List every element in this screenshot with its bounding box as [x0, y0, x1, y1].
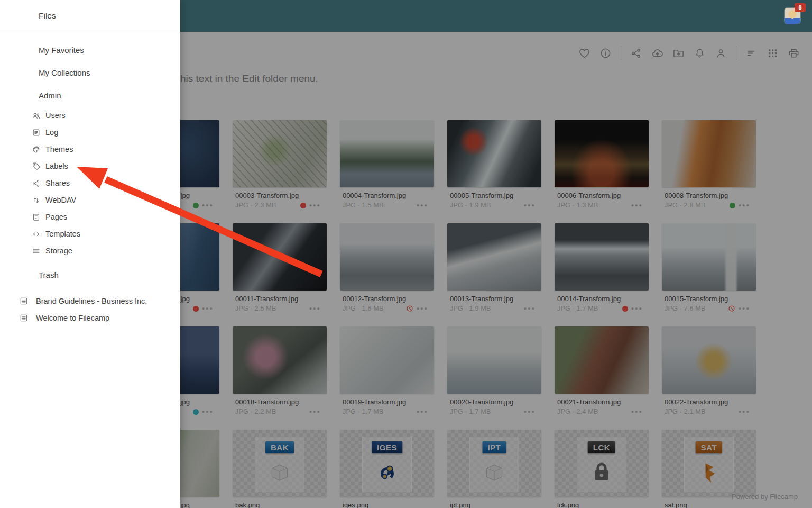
search-icon[interactable]: [760, 10, 772, 22]
storage-icon: [32, 247, 41, 256]
close-icon[interactable]: [158, 11, 169, 21]
sidebar-doc-link[interactable]: Brand Guidelines - Business Inc.: [0, 293, 180, 310]
sidebar-item-my-collections[interactable]: My Collections: [0, 61, 180, 84]
sidebar-item-labels[interactable]: Labels: [0, 158, 180, 175]
drawer-title: Files: [39, 11, 56, 21]
document-icon: [19, 296, 29, 306]
sidebar-item-label: My Favorites: [39, 46, 84, 55]
trash-icon: [19, 270, 29, 280]
share-icon: [32, 179, 41, 188]
sidebar-item-templates[interactable]: Templates: [0, 225, 180, 242]
sidebar-item-my-favorites[interactable]: My Favorites: [0, 39, 180, 61]
sidebar-doc-link[interactable]: Welcome to Filecamp: [0, 310, 180, 326]
page-icon: [32, 213, 41, 222]
drawer-nav: My Favorites My Collections Admin UsersL…: [0, 32, 180, 326]
doc-link-label: Welcome to Filecamp: [36, 314, 109, 322]
sidebar-item-label: Shares: [45, 179, 70, 187]
doc-link-label: Brand Guidelines - Business Inc.: [36, 297, 147, 305]
log-icon: [32, 128, 41, 137]
gear-icon: [19, 90, 29, 101]
sidebar-item-label: My Collections: [39, 68, 90, 77]
sidebar-item-storage[interactable]: Storage: [0, 242, 180, 259]
sidebar-item-webdav[interactable]: WebDAV: [0, 192, 180, 208]
sidebar-item-pages[interactable]: Pages: [0, 208, 180, 225]
collections-icon: [19, 68, 29, 78]
sidebar-item-users[interactable]: Users: [0, 107, 180, 124]
sidebar-item-label: Templates: [45, 230, 80, 238]
admin-submenu: UsersLogThemesLabelsSharesWebDAVPagesTem…: [0, 107, 180, 259]
drawer-doc-links: Brand Guidelines - Business Inc.Welcome …: [0, 293, 180, 326]
folder-icon: [19, 11, 30, 21]
palette-icon: [32, 145, 41, 154]
sidebar-item-label: Admin: [39, 91, 61, 100]
sidebar-item-log[interactable]: Log: [0, 124, 180, 141]
drawer-header: Files: [0, 0, 180, 32]
sidebar-item-label: Pages: [45, 213, 67, 221]
sidebar-item-themes[interactable]: Themes: [0, 141, 180, 158]
users-icon: [32, 111, 41, 120]
sidebar-item-label: Themes: [45, 145, 73, 153]
document-icon: [19, 313, 29, 323]
code-icon: [32, 230, 41, 239]
chevron-right-icon: [159, 69, 167, 77]
heart-icon: [19, 45, 29, 55]
sidebar-item-label: Storage: [45, 247, 72, 255]
sidebar-item-shares[interactable]: Shares: [0, 175, 180, 192]
updown-icon: [32, 196, 41, 205]
sidebar-item-trash[interactable]: Trash: [0, 264, 180, 286]
tag-icon: [32, 162, 41, 171]
sidebar-item-label: Trash: [39, 270, 59, 279]
notification-badge: 8: [795, 3, 806, 12]
sidebar-item-admin[interactable]: Admin: [0, 84, 180, 107]
sidebar-item-label: Log: [45, 128, 58, 137]
files-drawer: Files My Favorites My Collections Admin …: [0, 0, 180, 508]
chevron-right-icon: [159, 47, 167, 54]
sidebar-item-label: Users: [45, 111, 66, 120]
sidebar-item-label: Labels: [45, 162, 68, 170]
sidebar-item-label: WebDAV: [45, 196, 76, 204]
chevron-down-icon: [159, 92, 167, 99]
